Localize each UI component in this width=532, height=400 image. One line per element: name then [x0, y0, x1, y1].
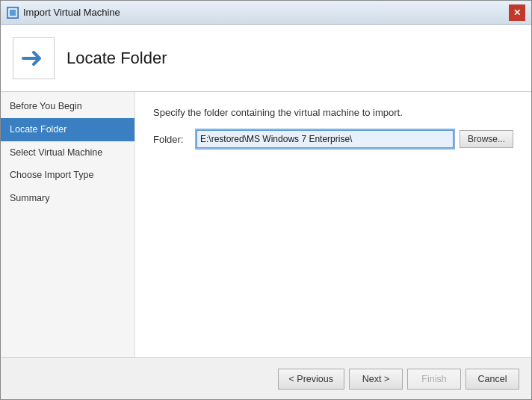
footer: < Previous Next > Finish Cancel [1, 357, 531, 399]
sidebar-item-locate-folder[interactable]: Locate Folder [1, 118, 134, 141]
header-section: Locate Folder [1, 25, 531, 92]
title-bar: Import Virtual Machine ✕ [1, 1, 531, 25]
sidebar-item-select-machine[interactable]: Select Virtual Machine [1, 141, 134, 164]
sidebar-item-choose-import-type[interactable]: Choose Import Type [1, 164, 134, 187]
cancel-button[interactable]: Cancel [466, 369, 519, 390]
sidebar: Before You Begin Locate Folder Select Vi… [1, 92, 135, 357]
import-dialog: Import Virtual Machine ✕ Locate Folder B… [0, 0, 532, 400]
dialog-icon [7, 7, 19, 19]
folder-label: Folder: [153, 134, 191, 145]
svg-rect-0 [9, 9, 16, 16]
folder-input[interactable] [197, 130, 454, 148]
folder-row: Folder: Browse... [153, 130, 513, 148]
browse-button[interactable]: Browse... [460, 130, 513, 148]
dialog-title: Import Virtual Machine [23, 7, 120, 18]
title-bar-left: Import Virtual Machine [7, 7, 120, 19]
locate-folder-icon [20, 45, 47, 72]
sidebar-item-before-you-begin[interactable]: Before You Begin [1, 95, 134, 118]
header-title: Locate Folder [66, 49, 167, 68]
main-content: Specify the folder containing the virtua… [135, 92, 531, 357]
next-button[interactable]: Next > [349, 369, 403, 390]
description-text: Specify the folder containing the virtua… [153, 107, 513, 118]
sidebar-item-summary[interactable]: Summary [1, 187, 134, 210]
body-area: Before You Begin Locate Folder Select Vi… [1, 92, 531, 357]
previous-button[interactable]: < Previous [278, 369, 344, 390]
close-button[interactable]: ✕ [509, 4, 525, 21]
header-icon-box [13, 37, 55, 79]
finish-button[interactable]: Finish [407, 369, 461, 390]
